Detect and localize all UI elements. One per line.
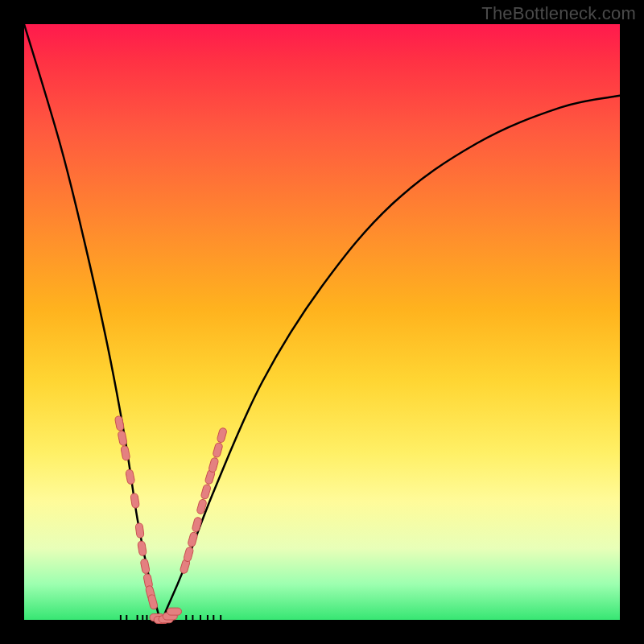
watermark-text: TheBottleneck.com (481, 3, 636, 24)
tick-markers-right (180, 427, 228, 575)
tick-capsule (167, 608, 181, 615)
tick-capsule (147, 594, 158, 610)
tick-capsule (130, 493, 140, 508)
tick-capsule (126, 469, 135, 485)
tick-capsule (114, 415, 124, 431)
tick-capsule (140, 559, 150, 574)
tick-capsule (183, 547, 194, 563)
chart-frame: TheBottleneck.com (0, 0, 644, 644)
plot-area (24, 24, 620, 620)
tick-capsule (200, 484, 212, 500)
bottleneck-curve (24, 24, 620, 620)
tick-capsule (135, 522, 144, 538)
curve-layer (24, 24, 620, 620)
tick-capsule (217, 427, 228, 444)
tick-capsule (121, 445, 130, 460)
tick-capsule (208, 457, 220, 473)
tick-capsule (192, 517, 202, 533)
tick-capsule (138, 541, 147, 556)
tick-capsule (188, 531, 199, 547)
tick-capsule (213, 442, 224, 458)
tick-capsule (118, 431, 127, 446)
